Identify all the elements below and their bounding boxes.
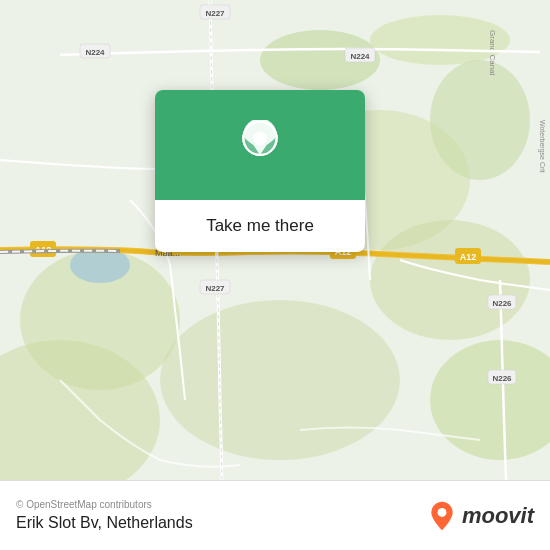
popup-button-section: Take me there	[155, 200, 365, 252]
svg-text:A12: A12	[460, 252, 477, 262]
svg-text:N227: N227	[205, 284, 225, 293]
bottom-bar: © OpenStreetMap contributors Erik Slot B…	[0, 480, 550, 550]
svg-text:N226: N226	[492, 299, 512, 308]
svg-text:Grand Canal: Grand Canal	[488, 30, 497, 76]
svg-text:N227: N227	[205, 9, 225, 18]
map-container: Grand Canal A12 A12 A12 N227 N227 N224	[0, 0, 550, 480]
attribution-text: © OpenStreetMap contributors	[16, 499, 193, 510]
bottom-left-info: © OpenStreetMap contributors Erik Slot B…	[16, 499, 193, 532]
svg-point-38	[253, 132, 266, 145]
svg-text:Woterbergse Crit: Woterbergse Crit	[538, 120, 546, 173]
take-me-there-button[interactable]: Take me there	[167, 216, 353, 236]
popup-green-section	[155, 90, 365, 200]
svg-point-39	[437, 508, 446, 517]
place-name: Erik Slot Bv, Netherlands	[16, 514, 193, 532]
svg-point-9	[160, 300, 400, 460]
svg-text:N224: N224	[350, 52, 370, 61]
svg-text:N226: N226	[492, 374, 512, 383]
svg-point-6	[370, 220, 530, 340]
svg-text:N224: N224	[85, 48, 105, 57]
location-pin-icon	[235, 120, 285, 170]
popup-card: Take me there	[155, 90, 365, 252]
moovit-brand-text: moovit	[462, 503, 534, 529]
moovit-pin-icon	[428, 500, 456, 532]
moovit-logo: moovit	[428, 500, 534, 532]
